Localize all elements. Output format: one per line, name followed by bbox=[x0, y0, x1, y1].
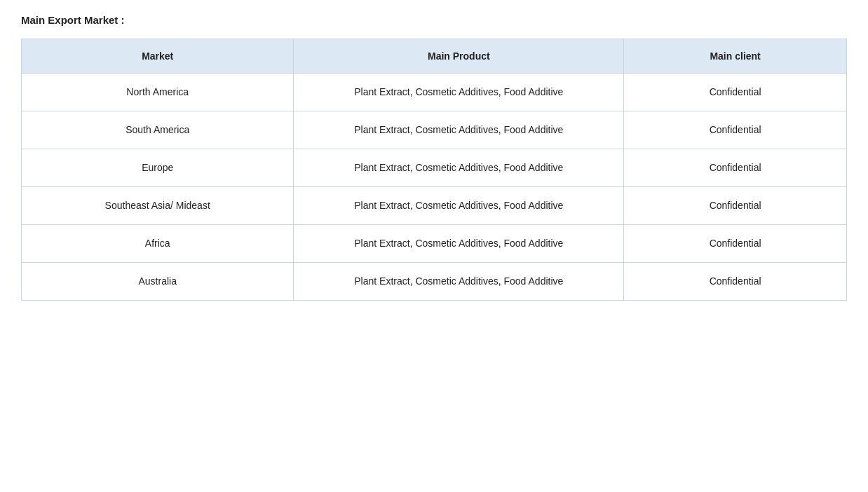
cell-client: Confidential bbox=[624, 225, 847, 263]
table-row: AustraliaPlant Extract, Cosmetic Additiv… bbox=[22, 263, 847, 301]
cell-product: Plant Extract, Cosmetic Additives, Food … bbox=[294, 149, 624, 187]
table-row: AfricaPlant Extract, Cosmetic Additives,… bbox=[22, 225, 847, 263]
cell-market: South America bbox=[22, 111, 294, 149]
cell-market: Europe bbox=[22, 149, 294, 187]
table-header-row: Market Main Product Main client bbox=[22, 39, 847, 74]
cell-client: Confidential bbox=[624, 187, 847, 225]
cell-product: Plant Extract, Cosmetic Additives, Food … bbox=[294, 263, 624, 301]
table-row: EuropePlant Extract, Cosmetic Additives,… bbox=[22, 149, 847, 187]
page-title: Main Export Market : bbox=[21, 14, 847, 26]
cell-client: Confidential bbox=[624, 111, 847, 149]
table-row: South AmericaPlant Extract, Cosmetic Add… bbox=[22, 111, 847, 149]
cell-market: Africa bbox=[22, 225, 294, 263]
cell-product: Plant Extract, Cosmetic Additives, Food … bbox=[294, 225, 624, 263]
header-product: Main Product bbox=[294, 39, 624, 74]
cell-client: Confidential bbox=[624, 74, 847, 111]
cell-client: Confidential bbox=[624, 263, 847, 301]
cell-client: Confidential bbox=[624, 149, 847, 187]
cell-product: Plant Extract, Cosmetic Additives, Food … bbox=[294, 74, 624, 111]
cell-market: Australia bbox=[22, 263, 294, 301]
cell-product: Plant Extract, Cosmetic Additives, Food … bbox=[294, 187, 624, 225]
export-market-table: Market Main Product Main client North Am… bbox=[21, 39, 847, 301]
header-client: Main client bbox=[624, 39, 847, 74]
header-market: Market bbox=[22, 39, 294, 74]
cell-market: Southeast Asia/ Mideast bbox=[22, 187, 294, 225]
table-row: North AmericaPlant Extract, Cosmetic Add… bbox=[22, 74, 847, 111]
cell-market: North America bbox=[22, 74, 294, 111]
cell-product: Plant Extract, Cosmetic Additives, Food … bbox=[294, 111, 624, 149]
table-row: Southeast Asia/ MideastPlant Extract, Co… bbox=[22, 187, 847, 225]
